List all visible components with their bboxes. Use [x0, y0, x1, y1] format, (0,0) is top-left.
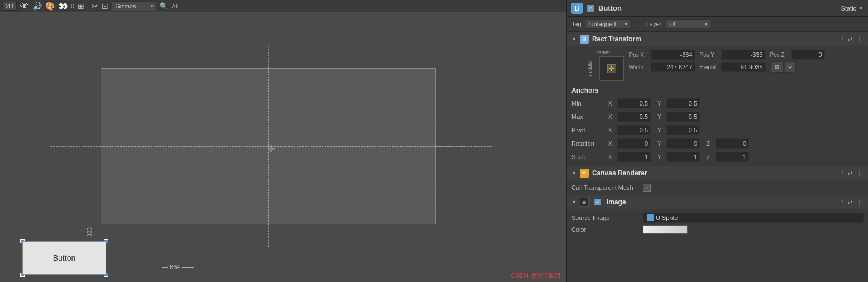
rect-transform-section-header[interactable]: ▼ ⊞ Rect Transform ? ⇄ ⋮: [567, 32, 868, 46]
pos-row: Pos X Pos Y Pos Z: [629, 50, 864, 60]
toolbar-search-icon: 🔍: [160, 2, 168, 10]
toolbar-2d-btn[interactable]: 2D: [2, 2, 17, 11]
scale-row: Scale X Y Z: [571, 150, 864, 164]
toolbar-layers-icon: ⊡: [102, 2, 108, 11]
rot-z-input[interactable]: [716, 138, 749, 149]
min-x-label: X: [608, 101, 615, 107]
tag-layer-row: Tag Untagged Layer UI: [567, 17, 868, 32]
bottom-dash-ext: [268, 224, 269, 247]
pos-y-group: Pos Y: [700, 50, 766, 60]
button-visual: Button: [22, 241, 106, 275]
min-x-input[interactable]: [617, 98, 651, 108]
toolbar-visibility-icon: 👀: [58, 2, 68, 11]
pos-z-group: Pos Z: [770, 50, 825, 60]
max-y-input[interactable]: [666, 112, 700, 122]
canvas-renderer-menu-btn[interactable]: ⋮: [856, 170, 864, 176]
tag-dropdown[interactable]: Untagged: [586, 19, 631, 29]
layer-dropdown[interactable]: UI: [666, 19, 710, 29]
scale-x-input[interactable]: [617, 152, 651, 162]
anchor-max-label: Max: [571, 113, 605, 120]
component-enabled-checkbox[interactable]: ✓: [587, 5, 594, 12]
component-icon: B: [571, 3, 583, 14]
pivot-y-input[interactable]: [666, 125, 700, 135]
inspector-panel: B ✓ Button Static ▼ Tag Untagged Layer U…: [566, 0, 868, 282]
source-image-field[interactable]: UISprite: [643, 213, 864, 223]
image-menu-btn[interactable]: ⋮: [856, 199, 864, 205]
rect-transform-arrow: ▼: [571, 36, 576, 42]
min-y-label: Y: [657, 101, 664, 107]
canvas-renderer-actions: ? ⇄ ⋮: [839, 170, 864, 176]
toolbar-all-label: All: [171, 3, 178, 9]
rot-z-label: Z: [707, 141, 713, 147]
height-group: Height: [700, 62, 766, 72]
scale-label: Scale: [571, 154, 605, 160]
color-row: Color: [571, 224, 864, 235]
tag-label: Tag: [571, 21, 581, 27]
rect-transform-settings-btn[interactable]: ⇄: [847, 36, 853, 42]
scene-toolbar: 2D 👁 🔊 🎨 👀 0 ⊞ ✂ ⊡ Gizmos 🔍 All: [0, 0, 566, 12]
color-picker[interactable]: [643, 225, 688, 234]
anchor-middle-label: middle: [587, 61, 593, 77]
toolbar-persp-icon: 👁: [20, 1, 29, 11]
max-x-input[interactable]: [617, 112, 651, 122]
anchors-title: Anchors: [571, 85, 864, 97]
anchor-inner: ✛: [607, 64, 616, 73]
pos-x-label: Pos X: [629, 52, 649, 58]
scale-xyz: X Y Z: [608, 152, 749, 162]
rect-transform-actions: ? ⇄ ⋮: [839, 36, 864, 42]
pivot-x-label: X: [608, 127, 615, 133]
layer-dropdown-wrapper[interactable]: UI: [666, 19, 710, 29]
pivot-x-input[interactable]: [617, 125, 651, 135]
pos-y-input[interactable]: [721, 50, 766, 60]
pos-y-label: Pos Y: [700, 52, 719, 58]
image-settings-btn[interactable]: ⇄: [847, 199, 853, 205]
rect-transform-icon: ⊞: [580, 35, 589, 44]
image-enabled-checkbox[interactable]: ✓: [594, 199, 601, 205]
image-section-header[interactable]: ▼ ▣ ✓ Image ? ⇄ ⋮: [567, 195, 868, 209]
ruler-664-label: — 664 ——: [162, 264, 194, 270]
scale-y-label: Y: [657, 154, 664, 160]
scene-view: 2D 👁 🔊 🎨 👀 0 ⊞ ✂ ⊡ Gizmos 🔍 All: [0, 0, 566, 282]
gizmos-dropdown-wrapper[interactable]: Gizmos: [112, 1, 156, 11]
canvas-renderer-settings-btn[interactable]: ⇄: [847, 170, 853, 176]
rot-y-input[interactable]: [666, 138, 700, 149]
anchor-center-label: center: [596, 50, 610, 55]
ruler-333-label: 333: [87, 227, 93, 237]
component-header: B ✓ Button Static ▼: [567, 0, 868, 17]
min-y-input[interactable]: [666, 98, 700, 108]
pos-x-input[interactable]: [651, 50, 695, 60]
rot-x-input[interactable]: [617, 138, 651, 149]
canvas-renderer-props: Cull Transparent Mesh ✓: [567, 180, 868, 195]
layer-label: Layer: [646, 21, 662, 27]
gizmos-dropdown[interactable]: Gizmos: [112, 1, 156, 11]
scale-z-input[interactable]: [716, 152, 749, 162]
resize-stretch-btn[interactable]: ⊡: [770, 61, 784, 73]
pos-x-group: Pos X: [629, 50, 695, 60]
component-name: Button: [598, 4, 837, 12]
pivot-label: Pivot: [571, 127, 605, 133]
width-input[interactable]: [651, 62, 695, 72]
toolbar-grid-icon: ⊞: [78, 2, 84, 11]
pos-z-label: Pos Z: [770, 52, 790, 58]
canvas-renderer-section-header[interactable]: ▼ 👁 Canvas Renderer ? ⇄ ⋮: [567, 166, 868, 180]
cull-checkbox[interactable]: ✓: [643, 184, 651, 192]
button-element-container[interactable]: Button: [22, 241, 106, 275]
tag-dropdown-wrapper[interactable]: Untagged: [586, 19, 631, 29]
resize-r-btn[interactable]: R: [785, 61, 796, 73]
uisprite-icon: [647, 214, 654, 221]
scene-canvas[interactable]: Button 333 — 664 —— CSDN @淡流眼目: [0, 12, 566, 282]
image-help-btn[interactable]: ?: [839, 199, 845, 205]
rot-x-label: X: [608, 141, 615, 147]
pivot-xyz: X Y: [608, 125, 700, 135]
canvas-renderer-help-btn[interactable]: ?: [839, 170, 845, 176]
canvas-renderer-arrow: ▼: [571, 170, 576, 176]
rect-transform-help-btn[interactable]: ?: [839, 36, 845, 42]
left-dash-ext: [50, 146, 101, 147]
rect-transform-menu-btn[interactable]: ⋮: [856, 36, 864, 42]
scale-y-input[interactable]: [666, 152, 700, 162]
pos-z-input[interactable]: [791, 50, 825, 60]
height-input[interactable]: [721, 62, 766, 72]
prop-fields: Pos X Pos Y Pos Z Width: [629, 50, 864, 73]
image-title: Image: [607, 198, 836, 206]
anchor-widget[interactable]: ✛: [599, 56, 624, 81]
